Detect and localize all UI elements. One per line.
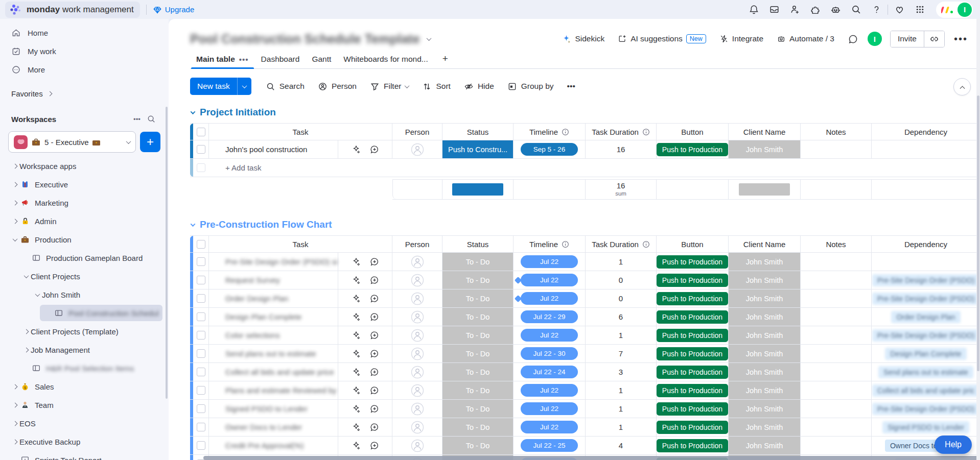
favorites-section[interactable]: Favorites bbox=[11, 85, 158, 102]
row-checkbox[interactable] bbox=[197, 368, 205, 376]
push-to-production-button[interactable]: Push to Production bbox=[657, 439, 728, 452]
collapse-header-button[interactable] bbox=[953, 78, 971, 95]
client-name-cell[interactable]: John Smith bbox=[729, 418, 800, 436]
client-name-cell[interactable]: John Smith bbox=[729, 271, 800, 289]
notes-cell[interactable] bbox=[801, 289, 872, 307]
ai-sparkle-icon[interactable] bbox=[351, 385, 361, 396]
row-checkbox[interactable] bbox=[197, 441, 205, 450]
chevron-right-icon[interactable] bbox=[12, 439, 17, 444]
workspace-selector[interactable]: 5 - Executive bbox=[8, 131, 136, 153]
vertical-scrollbar-thumb[interactable] bbox=[977, 95, 979, 371]
dependency-chip[interactable]: Signed PSDO to Lender bbox=[882, 421, 969, 433]
notes-cell[interactable] bbox=[801, 345, 872, 362]
task-duration-cell[interactable]: 0 bbox=[586, 289, 657, 307]
timeline-pill[interactable]: Jul 22 bbox=[521, 255, 578, 268]
chevron-down-icon[interactable] bbox=[12, 236, 17, 241]
notes-cell[interactable] bbox=[801, 437, 872, 454]
status-cell[interactable]: To - Do bbox=[442, 381, 513, 399]
integrate-button[interactable]: Integrate bbox=[715, 31, 767, 46]
client-name-cell[interactable]: John Smith bbox=[729, 289, 800, 307]
add-task-row[interactable]: + Add task bbox=[190, 159, 980, 177]
ai-sparkle-icon[interactable] bbox=[351, 441, 361, 451]
add-workspace-button[interactable]: + bbox=[140, 132, 160, 152]
task-duration-cell[interactable]: 0 bbox=[586, 271, 657, 289]
push-to-production-button[interactable]: Push to Production bbox=[657, 347, 728, 360]
assistant-robot-icon[interactable] bbox=[826, 2, 845, 17]
column-header-button[interactable]: Button bbox=[657, 124, 729, 140]
ai-sparkle-icon[interactable] bbox=[351, 312, 361, 322]
timeline-pill[interactable]: Jul 22 - 24 bbox=[521, 366, 578, 378]
client-name-cell[interactable]: John Smith bbox=[729, 345, 800, 362]
chevron-down-icon[interactable] bbox=[35, 292, 40, 297]
column-header-client-name[interactable]: Client Name bbox=[729, 124, 801, 140]
row-checkbox[interactable] bbox=[197, 331, 205, 340]
dependency-cell[interactable]: Collect all bids and update pric bbox=[872, 381, 980, 399]
tab-dashboard[interactable]: Dashboard bbox=[255, 52, 306, 68]
timeline-pill[interactable]: Jul 22 bbox=[521, 274, 578, 286]
notifications-bell-icon[interactable] bbox=[744, 2, 763, 17]
push-to-production-button[interactable]: Push to Production bbox=[657, 329, 728, 342]
sidebar-item-h-r-pool-selection-items[interactable]: H&R Pool Selection Items bbox=[17, 360, 162, 376]
ai-sparkle-icon[interactable] bbox=[351, 422, 361, 432]
automate-button[interactable]: Automate / 3 bbox=[773, 31, 838, 46]
timeline-pill[interactable]: Jul 22 bbox=[521, 292, 578, 305]
chevron-right-icon[interactable] bbox=[12, 384, 17, 389]
status-cell[interactable]: To - Do bbox=[442, 289, 513, 307]
task-name[interactable]: Request Survey bbox=[209, 276, 338, 284]
task-name[interactable]: Design Plan Complete bbox=[209, 312, 338, 321]
chevron-right-icon[interactable] bbox=[12, 163, 17, 168]
task-name[interactable]: Send plans out to estimate bbox=[209, 349, 338, 358]
notes-cell[interactable] bbox=[801, 253, 872, 271]
chevron-right-icon[interactable] bbox=[12, 182, 17, 187]
timeline-pill[interactable]: Jul 22 bbox=[521, 421, 578, 433]
chevron-right-icon[interactable] bbox=[12, 219, 17, 224]
search-icon[interactable] bbox=[847, 2, 865, 17]
push-to-production-button[interactable]: Push to Production bbox=[657, 310, 728, 324]
sidebar-item-sales[interactable]: $ Sales bbox=[6, 378, 162, 395]
client-name-cell[interactable]: John Smith bbox=[729, 381, 800, 399]
task-name[interactable]: John's pool construction bbox=[209, 145, 338, 154]
column-header-person[interactable]: Person bbox=[392, 124, 442, 140]
dependency-cell[interactable]: Design Plan Complete bbox=[872, 345, 980, 362]
user-avatar[interactable]: I bbox=[958, 3, 972, 17]
toolbar-sort[interactable]: Sort bbox=[417, 78, 455, 95]
horizontal-scrollbar[interactable] bbox=[203, 456, 980, 460]
ai-sparkle-icon[interactable] bbox=[351, 144, 361, 155]
task-duration-cell[interactable]: 6 bbox=[586, 308, 657, 326]
tab-menu-icon[interactable]: ••• bbox=[239, 55, 249, 64]
board-title-chevron-down-icon[interactable] bbox=[426, 36, 431, 41]
task-name[interactable]: Owner Docs to Lender bbox=[209, 423, 338, 431]
add-update-bubble-icon[interactable] bbox=[369, 385, 380, 396]
client-name-cell[interactable]: John Smith bbox=[729, 140, 800, 158]
task-duration-cell[interactable]: 4 bbox=[586, 437, 657, 454]
upgrade-button[interactable]: Upgrade bbox=[153, 5, 195, 14]
sidebar-item-marketing[interactable]: Marketing bbox=[6, 195, 162, 211]
timeline-pill[interactable]: Jul 22 - 29 bbox=[521, 310, 578, 323]
client-name-cell[interactable]: John Smith bbox=[729, 308, 800, 326]
column-header-task[interactable]: Task bbox=[209, 124, 392, 140]
timeline-pill[interactable]: Jul 22 bbox=[521, 402, 578, 415]
group-title[interactable]: Project Initiation bbox=[191, 107, 980, 118]
dependency-cell[interactable]: Send plans out to estimate bbox=[872, 363, 980, 381]
toolbar-hide[interactable]: Hide bbox=[459, 78, 499, 95]
workspaces-menu-icon[interactable]: ••• bbox=[130, 112, 144, 126]
dependency-cell[interactable]: Pre-Site Design Order (PSDO) bbox=[872, 326, 980, 344]
notes-cell[interactable] bbox=[801, 418, 872, 436]
task-duration-cell[interactable]: 3 bbox=[586, 363, 657, 381]
chevron-right-icon[interactable] bbox=[24, 329, 29, 334]
timeline-pill[interactable]: Jul 22 bbox=[521, 329, 578, 342]
status-cell[interactable]: To - Do bbox=[442, 437, 513, 454]
sidebar-item-job-management[interactable]: Job Management bbox=[17, 342, 162, 358]
column-header-task-duration[interactable]: Task Duration bbox=[586, 236, 657, 252]
person-avatar-placeholder-icon[interactable] bbox=[410, 401, 425, 417]
group-title[interactable]: Pre-Construction Flow Chart bbox=[191, 219, 980, 230]
column-header-button[interactable]: Button bbox=[657, 236, 729, 252]
add-update-bubble-icon[interactable] bbox=[369, 330, 380, 341]
sidebar-item-client-projects[interactable]: Client Projects bbox=[17, 268, 162, 284]
dependency-cell[interactable] bbox=[872, 140, 980, 158]
client-name-cell[interactable]: John Smith bbox=[729, 437, 800, 454]
status-cell[interactable]: To - Do bbox=[442, 253, 513, 271]
push-to-production-button[interactable]: Push to Production bbox=[657, 292, 728, 305]
column-header-status[interactable]: Status bbox=[442, 236, 514, 252]
column-header-dependency[interactable]: Dependency bbox=[872, 124, 980, 140]
